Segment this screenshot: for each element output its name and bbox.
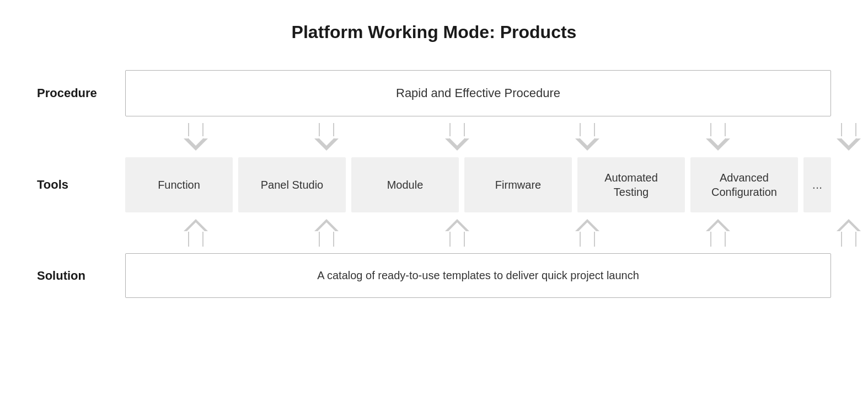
procedure-content: Rapid and Effective Procedure: [125, 70, 831, 116]
tool-advanced-configuration[interactable]: Advanced Configuration: [690, 157, 798, 212]
arrow-head: [706, 138, 730, 151]
down-arrows-container: [125, 123, 868, 151]
up-arrows-row: [125, 219, 868, 247]
down-arrow-4: [575, 123, 599, 151]
tool-ellipsis: ...: [803, 157, 831, 212]
tool-module[interactable]: Module: [351, 157, 459, 212]
page-title: Platform Working Mode: Products: [292, 22, 577, 42]
solution-label: Solution: [37, 269, 125, 283]
solution-row: Solution A catalog of ready-to-use templ…: [37, 253, 831, 298]
arrow-shaft-up: [841, 231, 856, 247]
arrow-shaft-up: [449, 231, 465, 247]
tool-panel-studio[interactable]: Panel Studio: [238, 157, 346, 212]
arrow-head-up: [445, 219, 469, 231]
solution-box: A catalog of ready-to-use templates to d…: [125, 253, 831, 298]
arrow-shaft-up: [580, 231, 595, 247]
procedure-box: Rapid and Effective Procedure: [125, 70, 831, 116]
down-arrow-1: [184, 123, 208, 151]
down-arrow-6: [837, 123, 861, 151]
down-arrow-5: [706, 123, 730, 151]
solution-content: A catalog of ready-to-use templates to d…: [125, 253, 831, 298]
arrow-shaft-up: [319, 231, 334, 247]
tool-firmware[interactable]: Firmware: [464, 157, 572, 212]
down-arrows-row: [125, 123, 868, 151]
arrow-head-up: [314, 219, 339, 231]
tools-label: Tools: [37, 178, 125, 192]
arrow-head: [184, 138, 208, 151]
arrow-shaft-up: [188, 231, 203, 247]
down-arrow-3: [445, 123, 469, 151]
arrow-head: [575, 138, 599, 151]
arrow-head-up: [184, 219, 208, 231]
up-arrow-2: [314, 219, 339, 247]
up-arrow-5: [706, 219, 730, 247]
up-arrow-4: [575, 219, 599, 247]
tools-row: Tools Function Panel Studio Module Firmw…: [37, 157, 831, 212]
arrow-head-up: [706, 219, 730, 231]
tool-automated-testing[interactable]: Automated Testing: [577, 157, 685, 212]
up-arrow-3: [445, 219, 469, 247]
arrow-head: [314, 138, 339, 151]
arrow-head: [837, 138, 861, 151]
procedure-row: Procedure Rapid and Effective Procedure: [37, 70, 831, 116]
procedure-label: Procedure: [37, 86, 125, 100]
arrow-head: [445, 138, 469, 151]
arrow-shaft-up: [710, 231, 726, 247]
diagram-container: Procedure Rapid and Effective Procedure: [37, 70, 831, 298]
up-arrow-6: [837, 219, 861, 247]
down-arrow-2: [314, 123, 339, 151]
up-arrows-container: [125, 219, 868, 247]
tools-boxes: Function Panel Studio Module Firmware Au…: [125, 157, 831, 212]
up-arrow-1: [184, 219, 208, 247]
tool-function[interactable]: Function: [125, 157, 233, 212]
arrow-head-up: [837, 219, 861, 231]
arrow-head-up: [575, 219, 599, 231]
